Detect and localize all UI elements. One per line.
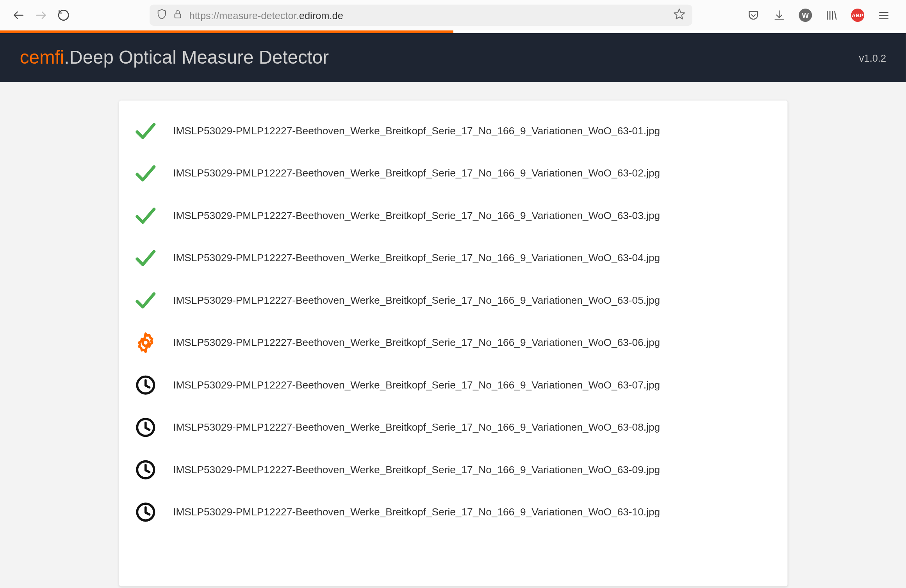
check-icon bbox=[133, 246, 157, 270]
file-row[interactable]: IMSLP53029-PMLP12227-Beethoven_Werke_Bre… bbox=[133, 449, 772, 491]
file-row[interactable]: IMSLP53029-PMLP12227-Beethoven_Werke_Bre… bbox=[133, 322, 772, 364]
gear-icon bbox=[133, 331, 157, 355]
file-name: IMSLP53029-PMLP12227-Beethoven_Werke_Bre… bbox=[173, 421, 660, 433]
check-icon bbox=[133, 204, 157, 228]
pocket-icon[interactable] bbox=[747, 9, 760, 21]
file-name: IMSLP53029-PMLP12227-Beethoven_Werke_Bre… bbox=[173, 464, 660, 476]
version-label: v1.0.2 bbox=[859, 52, 886, 63]
url-text: https://measure-detector.edirom.de bbox=[189, 10, 667, 21]
clock-icon bbox=[133, 415, 157, 439]
browser-toolbar: https://measure-detector.edirom.de W ABP bbox=[0, 0, 906, 30]
file-list-card: IMSLP53029-PMLP12227-Beethoven_Werke_Bre… bbox=[119, 101, 787, 586]
address-bar[interactable]: https://measure-detector.edirom.de bbox=[150, 5, 692, 26]
file-row[interactable]: IMSLP53029-PMLP12227-Beethoven_Werke_Bre… bbox=[133, 364, 772, 406]
svg-line-9 bbox=[835, 11, 836, 19]
file-name: IMSLP53029-PMLP12227-Beethoven_Werke_Bre… bbox=[173, 125, 660, 137]
clock-icon bbox=[133, 458, 157, 482]
file-name: IMSLP53029-PMLP12227-Beethoven_Werke_Bre… bbox=[173, 167, 660, 180]
back-button[interactable] bbox=[12, 9, 25, 22]
clock-icon bbox=[133, 500, 157, 524]
file-row[interactable]: IMSLP53029-PMLP12227-Beethoven_Werke_Bre… bbox=[133, 110, 772, 152]
content-area: IMSLP53029-PMLP12227-Beethoven_Werke_Bre… bbox=[0, 82, 906, 588]
file-name: IMSLP53029-PMLP12227-Beethoven_Werke_Bre… bbox=[173, 210, 660, 222]
bookmark-star-icon[interactable] bbox=[673, 7, 685, 23]
file-name: IMSLP53029-PMLP12227-Beethoven_Werke_Bre… bbox=[173, 294, 660, 306]
file-row[interactable]: IMSLP53029-PMLP12227-Beethoven_Werke_Bre… bbox=[133, 406, 772, 448]
file-name: IMSLP53029-PMLP12227-Beethoven_Werke_Bre… bbox=[173, 506, 660, 518]
reload-button[interactable] bbox=[57, 9, 70, 22]
file-row[interactable]: IMSLP53029-PMLP12227-Beethoven_Werke_Bre… bbox=[133, 491, 772, 533]
page-load-progress bbox=[0, 30, 906, 33]
w-extension-icon[interactable]: W bbox=[799, 9, 812, 22]
app-header: cemfi.Deep Optical Measure Detector v1.0… bbox=[0, 33, 906, 82]
file-row[interactable]: IMSLP53029-PMLP12227-Beethoven_Werke_Bre… bbox=[133, 152, 772, 194]
lock-icon bbox=[173, 9, 182, 21]
forward-button[interactable] bbox=[34, 9, 48, 22]
svg-marker-3 bbox=[674, 9, 685, 18]
page-title: cemfi.Deep Optical Measure Detector bbox=[20, 47, 329, 68]
file-row[interactable]: IMSLP53029-PMLP12227-Beethoven_Werke_Bre… bbox=[133, 279, 772, 321]
hamburger-menu-icon[interactable] bbox=[877, 9, 890, 21]
clock-icon bbox=[133, 373, 157, 397]
abp-extension-icon[interactable]: ABP bbox=[851, 9, 864, 22]
check-icon bbox=[133, 161, 157, 185]
file-name: IMSLP53029-PMLP12227-Beethoven_Werke_Bre… bbox=[173, 337, 660, 349]
check-icon bbox=[133, 119, 157, 143]
file-row[interactable]: IMSLP53029-PMLP12227-Beethoven_Werke_Bre… bbox=[133, 194, 772, 237]
library-icon[interactable] bbox=[825, 9, 838, 21]
file-name: IMSLP53029-PMLP12227-Beethoven_Werke_Bre… bbox=[173, 379, 660, 391]
svg-rect-2 bbox=[175, 14, 181, 18]
shield-icon bbox=[156, 8, 168, 22]
check-icon bbox=[133, 289, 157, 312]
download-icon[interactable] bbox=[773, 9, 785, 21]
file-name: IMSLP53029-PMLP12227-Beethoven_Werke_Bre… bbox=[173, 252, 660, 264]
file-row[interactable]: IMSLP53029-PMLP12227-Beethoven_Werke_Bre… bbox=[133, 237, 772, 279]
